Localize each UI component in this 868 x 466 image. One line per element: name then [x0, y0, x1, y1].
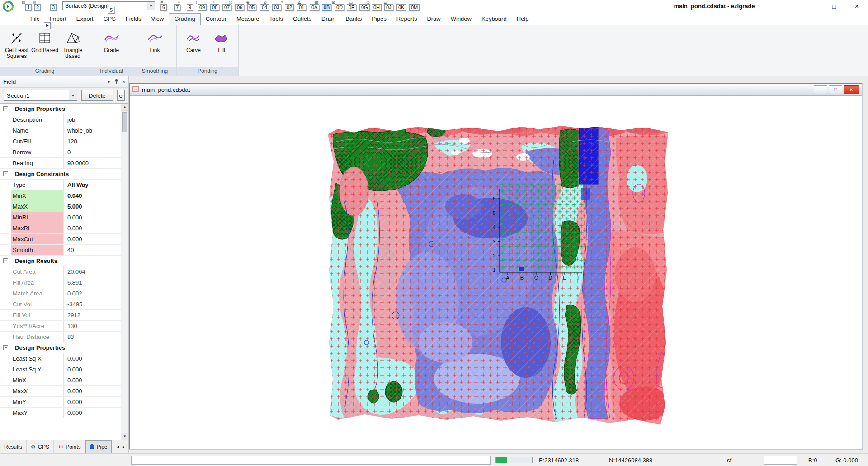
menu-window[interactable]: Window — [446, 14, 476, 25]
ribbon-button-triangle-based[interactable]: Triangle Based — [59, 29, 87, 59]
grid-row-value[interactable]: 0.000 — [64, 386, 121, 396]
document-titlebar[interactable]: main_pond.cdsdat – □ × — [130, 84, 862, 96]
menu-reports[interactable]: Reports — [392, 14, 422, 25]
app-logo-icon[interactable]: F — [3, 1, 14, 12]
menu-grading[interactable]: Grading — [169, 13, 200, 25]
grid-row-value[interactable]: job — [64, 114, 121, 125]
keytip-0A[interactable]: 0A — [310, 4, 319, 11]
menu-contour[interactable]: Contour — [201, 14, 231, 25]
menu-draw[interactable]: Draw — [422, 14, 445, 25]
keytip-9[interactable]: 9 — [187, 4, 193, 11]
grid-row-value[interactable]: 0.040 — [64, 190, 121, 201]
panel-menu-icon[interactable]: ▾ — [108, 79, 110, 85]
grid-row-fill-vol[interactable]: Fill Vol2912 — [0, 310, 121, 321]
keytip-5[interactable]: 5 — [108, 7, 114, 14]
menu-gps[interactable]: GPS — [98, 14, 120, 25]
grid-group-header-2[interactable]: −Design Results — [0, 256, 121, 266]
grid-scrollbar[interactable]: ▲ ▼ — [121, 104, 128, 440]
map-canvas[interactable]: 654321ABCDEF — [130, 96, 862, 449]
grid-row-value[interactable]: -3495 — [64, 299, 121, 309]
keytip-0E[interactable]: 0E — [347, 4, 356, 11]
collapse-icon[interactable]: − — [3, 258, 8, 263]
grid-row-value[interactable]: 0.000 — [64, 408, 121, 418]
keytip-0M[interactable]: 0M — [409, 4, 420, 11]
grid-group-header-0[interactable]: −Design Properties — [0, 104, 121, 114]
grid-row-value[interactable]: 0.000 — [64, 397, 121, 407]
keytip-04[interactable]: 04 — [260, 4, 269, 11]
tab-points[interactable]: ++Points — [54, 440, 85, 453]
scroll-thumb[interactable] — [122, 112, 127, 132]
grid-row-cut-area[interactable]: Cut Area20.064 — [0, 266, 121, 277]
scroll-up-icon[interactable]: ▲ — [121, 104, 128, 111]
grid-row-value[interactable]: 6.891 — [64, 277, 121, 288]
grid-group-header-1[interactable]: −Design Constraints — [0, 169, 121, 180]
grid-row-miny[interactable]: MinY0.000 — [0, 397, 121, 408]
keytip-0H[interactable]: 0H — [372, 4, 382, 11]
ribbon-button-carve[interactable]: Carve — [179, 29, 208, 53]
menu-pipes[interactable]: Pipes — [367, 14, 392, 25]
section-combobox[interactable]: Section1 ▼ — [4, 90, 77, 101]
grid-row-yds-3-acre[interactable]: Yds**3/Acre130 — [0, 321, 121, 332]
menu-keyboard[interactable]: Keyboard — [476, 14, 512, 25]
scroll-down-icon[interactable]: ▼ — [121, 433, 128, 440]
ribbon-button-get-least-squares[interactable]: Get Least Squares — [3, 29, 31, 59]
ribbon-button-link[interactable]: Link — [141, 29, 169, 53]
keytip-3[interactable]: 3 — [50, 4, 57, 11]
chevron-down-icon[interactable]: ▼ — [147, 2, 155, 10]
grid-row-match-area[interactable]: Match Area0.002 — [0, 288, 121, 299]
menu-fields[interactable]: Fields — [121, 14, 146, 25]
maximize-button[interactable]: □ — [823, 0, 845, 13]
menu-help[interactable]: Help — [512, 14, 534, 25]
doc-minimize-button[interactable]: – — [814, 85, 827, 94]
terrain-map[interactable]: 654321ABCDEF — [328, 125, 668, 425]
ribbon-button-grade[interactable]: Grade — [98, 29, 126, 53]
pin-icon[interactable] — [114, 79, 118, 85]
keytip-1[interactable]: 1 — [25, 4, 32, 11]
keytip-0G[interactable]: 0G — [359, 4, 370, 11]
menu-outlets[interactable]: Outlets — [288, 14, 316, 25]
keytip-6[interactable]: 6 — [160, 4, 167, 11]
grid-row-maxy[interactable]: MaxY0.000 — [0, 408, 121, 418]
grid-row-least-sq-y[interactable]: Least Sq Y0.000 — [0, 364, 121, 375]
ribbon-button-fill[interactable]: Fill — [208, 29, 236, 53]
doc-maximize-button[interactable]: □ — [829, 85, 842, 94]
grid-row-least-sq-x[interactable]: Least Sq X0.000 — [0, 353, 121, 364]
close-button[interactable]: × — [845, 0, 868, 13]
keytip-7[interactable]: 7 — [174, 4, 180, 11]
grid-row-value[interactable]: 0.000 — [64, 375, 121, 385]
grid-row-value[interactable]: 0.000 — [64, 223, 121, 233]
grid-row-value[interactable]: 0.002 — [64, 288, 121, 299]
grid-row-value[interactable]: 0 — [64, 147, 121, 157]
grid-row-value[interactable]: 5.000 — [64, 201, 121, 212]
keytip-03[interactable]: 03 — [272, 4, 281, 11]
grid-group-header-3[interactable]: −Design Properties — [0, 342, 121, 353]
grid-row-value[interactable]: 90.0000 — [64, 158, 121, 168]
menu-measure[interactable]: Measure — [231, 14, 264, 25]
grid-row-name[interactable]: Namewhole job — [0, 125, 121, 136]
grid-row-value[interactable]: 120 — [64, 136, 121, 147]
menu-view[interactable]: View — [146, 14, 169, 25]
grid-row-value[interactable]: 20.064 — [64, 266, 121, 277]
partial-button[interactable]: e — [117, 90, 125, 101]
keytip-0J[interactable]: 0J — [384, 4, 393, 11]
grid-row-bearing[interactable]: Bearing90.0000 — [0, 158, 121, 169]
keytip-09[interactable]: 09 — [198, 4, 207, 11]
grid-row-value[interactable]: 0.000 — [64, 364, 121, 375]
keytip-01[interactable]: 01 — [297, 4, 306, 11]
collapse-icon[interactable]: − — [3, 171, 8, 176]
grid-row-cut-vol[interactable]: Cut Vol-3495 — [0, 299, 121, 310]
grid-row-borrow[interactable]: Borrow0 — [0, 147, 121, 158]
grid-row-maxx[interactable]: MaxX0.000 — [0, 386, 121, 397]
grid-row-minx[interactable]: MinX0.000 — [0, 375, 121, 386]
tab-pipe[interactable]: Pipe — [85, 440, 112, 453]
ribbon-button-grid-based[interactable]: Grid Based — [31, 29, 59, 53]
grid-row-value[interactable]: 83 — [64, 332, 121, 342]
grid-row-value[interactable]: 130 — [64, 321, 121, 331]
grid-row-haul-distance[interactable]: Haul Distance83 — [0, 332, 121, 342]
grid-row-minx[interactable]: MinX0.040 — [0, 190, 121, 201]
grid-row-value[interactable]: 40 — [64, 245, 121, 255]
keytip-0B[interactable]: 0B — [322, 4, 331, 11]
grid-row-type[interactable]: TypeAll Way — [0, 180, 121, 190]
menu-drain[interactable]: Drain — [316, 14, 340, 25]
keytip-08[interactable]: 08 — [210, 4, 219, 11]
